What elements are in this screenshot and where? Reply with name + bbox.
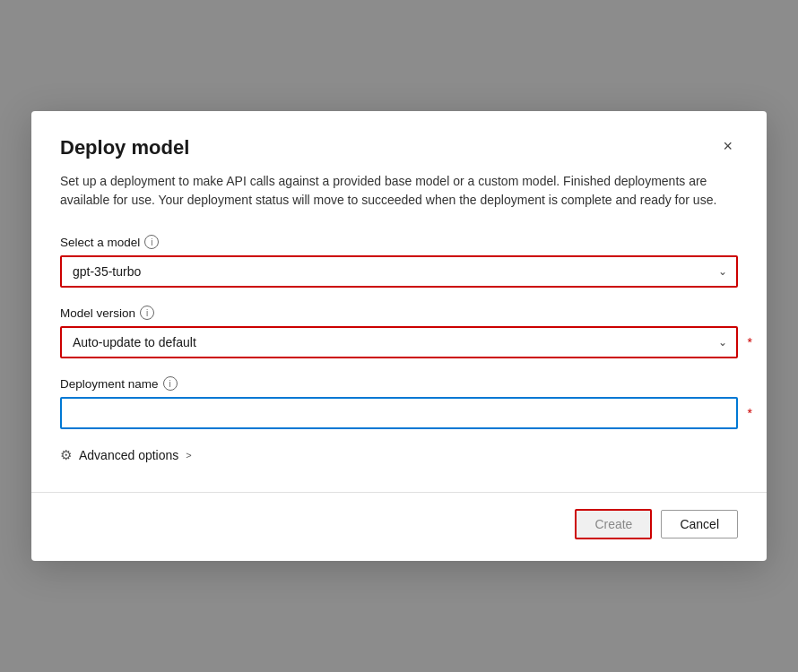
cancel-button[interactable]: Cancel [661, 510, 738, 538]
deployment-label: Deployment name i [60, 376, 738, 391]
advanced-options-section[interactable]: ⚙ Advanced options > [60, 447, 738, 463]
close-button[interactable]: × [717, 136, 738, 156]
dialog-header: Deploy model × [60, 136, 738, 159]
dialog-description: Set up a deployment to make API calls ag… [60, 172, 738, 210]
deployment-info-icon[interactable]: i [163, 376, 178, 391]
version-select[interactable]: Auto-update to default 0301 0613 1106-Pr… [60, 326, 738, 358]
gear-icon: ⚙ [60, 447, 72, 463]
version-label: Model version i [60, 306, 738, 320]
dialog-divider [31, 492, 767, 493]
dialog-title: Deploy model [60, 136, 189, 159]
advanced-options-label: Advanced options [79, 448, 178, 462]
model-select[interactable]: gpt-35-turbo gpt-4 gpt-4-32k text-davinc… [60, 255, 738, 288]
dialog-footer: Create Cancel [60, 509, 738, 539]
model-label: Select a model i [60, 235, 738, 249]
deployment-input-wrapper: * [60, 397, 738, 429]
advanced-options-chevron-icon: > [186, 450, 191, 461]
version-form-group: Model version i Auto-update to default 0… [60, 306, 738, 358]
version-select-wrapper: Auto-update to default 0301 0613 1106-Pr… [60, 326, 738, 358]
version-info-icon[interactable]: i [140, 306, 154, 320]
create-button[interactable]: Create [575, 509, 652, 539]
deploy-model-dialog: Deploy model × Set up a deployment to ma… [31, 111, 767, 561]
deployment-name-input[interactable] [60, 397, 738, 429]
model-form-group: Select a model i gpt-35-turbo gpt-4 gpt-… [60, 235, 738, 288]
deployment-required-star: * [748, 406, 752, 420]
model-info-icon[interactable]: i [144, 235, 159, 249]
model-select-wrapper: gpt-35-turbo gpt-4 gpt-4-32k text-davinc… [60, 255, 738, 288]
version-required-star: * [748, 335, 752, 349]
deployment-form-group: Deployment name i * [60, 376, 738, 429]
overlay: Deploy model × Set up a deployment to ma… [0, 0, 798, 672]
